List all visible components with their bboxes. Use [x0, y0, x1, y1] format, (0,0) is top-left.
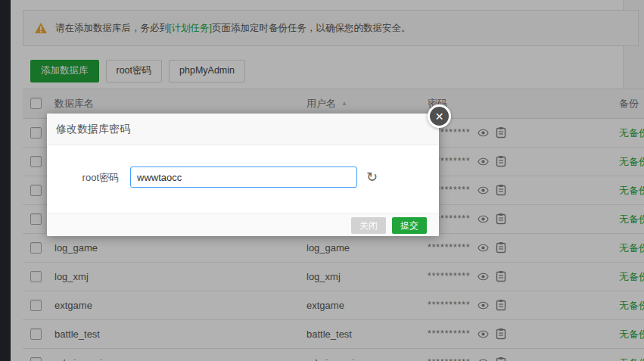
modal-body: root密码 ↻: [47, 145, 439, 214]
root-password-input[interactable]: [130, 166, 357, 188]
modal-submit-button[interactable]: 提交: [392, 217, 427, 234]
modal-close-button[interactable]: 关闭: [351, 217, 386, 234]
change-password-modal: 修改数据库密码 root密码 ↻ 关闭 提交 ✕: [47, 114, 439, 236]
modal-close-x-icon[interactable]: ✕: [428, 104, 451, 128]
root-password-label: root密码: [47, 171, 119, 185]
modal-title: 修改数据库密码: [47, 114, 439, 145]
regenerate-password-icon[interactable]: ↻: [366, 166, 378, 188]
modal-footer: 关闭 提交: [47, 213, 439, 236]
